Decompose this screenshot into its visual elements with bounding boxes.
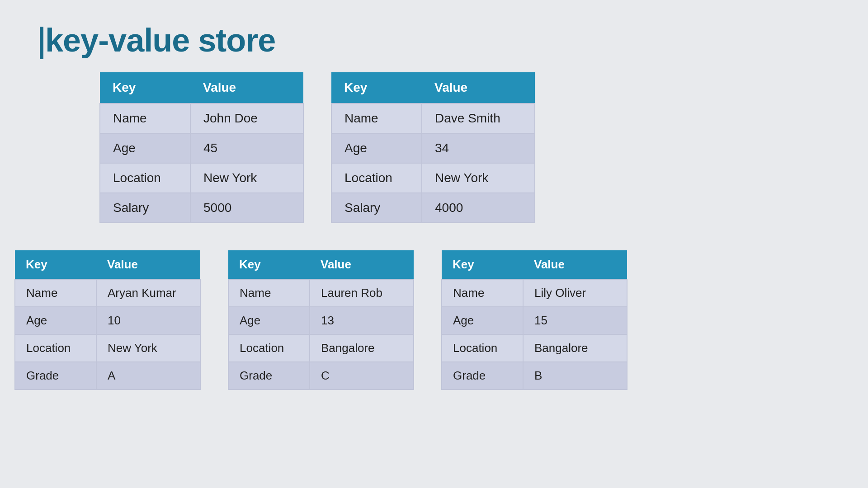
table-cell: B — [523, 362, 627, 389]
table-cell: Location — [228, 334, 310, 362]
table-lauren: KeyValueNameLauren RobAge13LocationBanga… — [228, 250, 414, 390]
table-cell: John Doe — [190, 103, 303, 133]
table-cell: Age — [331, 133, 422, 163]
table-cell: Location — [15, 334, 96, 362]
column-header: Value — [523, 250, 627, 279]
table-cell: Age — [228, 307, 310, 334]
table-cell: Location — [100, 163, 190, 193]
table-row: Salary5000 — [100, 193, 303, 223]
column-header: Value — [96, 250, 200, 279]
table-row: Age10 — [15, 307, 200, 334]
table-row: Age13 — [228, 307, 414, 334]
table-cell: C — [310, 362, 414, 389]
table-cell: Location — [331, 163, 422, 193]
table-cell: 4000 — [422, 193, 535, 223]
table-row: GradeB — [442, 362, 627, 389]
table-cell: Age — [100, 133, 190, 163]
table-cell: 15 — [523, 307, 627, 334]
table-cell: Name — [331, 103, 422, 133]
table-cell: New York — [190, 163, 303, 193]
column-header: Key — [100, 72, 190, 103]
table-row: Salary4000 — [331, 193, 535, 223]
table-cell: Grade — [442, 362, 523, 389]
table-row: NameDave Smith — [331, 103, 535, 133]
table-row: LocationBangalore — [228, 334, 414, 362]
table-cell: 13 — [310, 307, 414, 334]
page-title: key-value store — [40, 22, 275, 59]
table-row: Age45 — [100, 133, 303, 163]
table-cell: Name — [100, 103, 190, 133]
table-row: LocationNew York — [15, 334, 200, 362]
table-cell: Name — [15, 279, 96, 307]
table-cell: Dave Smith — [422, 103, 535, 133]
top-row: KeyValueNameJohn DoeAge45LocationNew Yor… — [0, 72, 868, 223]
table-cell: Name — [228, 279, 310, 307]
table-cell: Bangalore — [523, 334, 627, 362]
column-header: Value — [190, 72, 303, 103]
table-row: NameLauren Rob — [228, 279, 414, 307]
bottom-row: KeyValueNameAryan KumarAge10LocationNew … — [0, 250, 868, 390]
table-row: Age15 — [442, 307, 627, 334]
column-header: Key — [331, 72, 422, 103]
table-row: NameAryan Kumar — [15, 279, 200, 307]
table-cell: Grade — [15, 362, 96, 389]
table-row: LocationNew York — [100, 163, 303, 193]
table-cell: Location — [442, 334, 523, 362]
table-cell: Aryan Kumar — [96, 279, 200, 307]
table-row: LocationBangalore — [442, 334, 627, 362]
table-row: GradeC — [228, 362, 414, 389]
table-john: KeyValueNameJohn DoeAge45LocationNew Yor… — [99, 72, 304, 223]
table-cell: 5000 — [190, 193, 303, 223]
column-header: Key — [15, 250, 96, 279]
column-header: Key — [228, 250, 310, 279]
table-cell: Age — [15, 307, 96, 334]
column-header: Key — [442, 250, 523, 279]
table-cell: A — [96, 362, 200, 389]
table-cell: Bangalore — [310, 334, 414, 362]
table-row: GradeA — [15, 362, 200, 389]
column-header: Value — [310, 250, 414, 279]
tables-container: KeyValueNameJohn DoeAge45LocationNew Yor… — [0, 72, 868, 390]
table-cell: New York — [96, 334, 200, 362]
table-cell: Salary — [331, 193, 422, 223]
table-aryan: KeyValueNameAryan KumarAge10LocationNew … — [14, 250, 201, 390]
table-cell: Lily Oliver — [523, 279, 627, 307]
table-lily: KeyValueNameLily OliverAge15LocationBang… — [441, 250, 627, 390]
table-row: Age34 — [331, 133, 535, 163]
table-cell: 45 — [190, 133, 303, 163]
table-cell: 10 — [96, 307, 200, 334]
table-cell: Name — [442, 279, 523, 307]
table-cell: Salary — [100, 193, 190, 223]
table-row: LocationNew York — [331, 163, 535, 193]
table-row: NameJohn Doe — [100, 103, 303, 133]
table-cell: New York — [422, 163, 535, 193]
table-cell: Age — [442, 307, 523, 334]
table-row: NameLily Oliver — [442, 279, 627, 307]
table-dave: KeyValueNameDave SmithAge34LocationNew Y… — [331, 72, 535, 223]
table-cell: Lauren Rob — [310, 279, 414, 307]
column-header: Value — [422, 72, 535, 103]
table-cell: Grade — [228, 362, 310, 389]
table-cell: 34 — [422, 133, 535, 163]
